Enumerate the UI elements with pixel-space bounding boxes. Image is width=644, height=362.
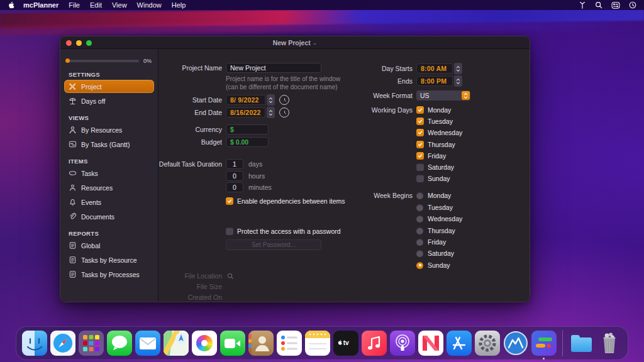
- duration-hours-input[interactable]: 0: [226, 171, 243, 181]
- working-day-monday[interactable]: Monday: [416, 106, 451, 114]
- antenna-icon[interactable]: [579, 1, 586, 9]
- dock-notes-icon[interactable]: [305, 331, 330, 356]
- day-starts-stepper[interactable]: [454, 63, 462, 74]
- sidebar-item-events[interactable]: Events: [64, 195, 154, 209]
- radio-icon[interactable]: [416, 204, 423, 211]
- radio-icon[interactable]: [416, 262, 423, 269]
- menu-file[interactable]: File: [69, 1, 80, 9]
- progress-track[interactable]: [66, 60, 139, 62]
- dependencies-checkbox-row[interactable]: Enable dependencies between items: [226, 197, 345, 205]
- sidebar-item-global[interactable]: Global: [64, 239, 154, 252]
- end-date-calendar-button[interactable]: [279, 107, 289, 118]
- dependencies-checkbox[interactable]: [226, 197, 233, 205]
- sidebar-item-by-tasks-gantt[interactable]: By Tasks (Gantt): [64, 138, 154, 151]
- week-format-select[interactable]: US: [416, 90, 470, 101]
- dock-appstore-icon[interactable]: [447, 331, 472, 356]
- checkbox-icon[interactable]: [416, 152, 424, 160]
- radio-icon[interactable]: [416, 250, 423, 257]
- end-date-input[interactable]: 8/16/2022: [226, 107, 265, 118]
- checkbox-icon[interactable]: [416, 163, 424, 171]
- sidebar-item-by-resources[interactable]: By Resources: [64, 123, 154, 136]
- week-begins-wednesday[interactable]: Wednesday: [416, 215, 462, 222]
- menu-help[interactable]: Help: [172, 1, 186, 9]
- dock-trash-icon[interactable]: [597, 331, 622, 356]
- dock-mcplanner-icon[interactable]: [531, 331, 557, 356]
- control-center-icon[interactable]: [611, 2, 620, 9]
- zoom-button[interactable]: [86, 40, 92, 46]
- menu-edit[interactable]: Edit: [90, 1, 102, 9]
- currency-input[interactable]: $: [226, 124, 269, 134]
- apple-menu[interactable]: [8, 1, 14, 9]
- dock-photos-icon[interactable]: [192, 331, 217, 356]
- radio-icon[interactable]: [416, 228, 423, 234]
- checkbox-icon[interactable]: [416, 141, 424, 148]
- minimize-button[interactable]: [76, 40, 82, 46]
- working-day-saturday[interactable]: Saturday: [416, 163, 454, 171]
- radio-icon[interactable]: [416, 216, 423, 222]
- week-begins-friday[interactable]: Friday: [416, 238, 446, 246]
- menubar-app-name[interactable]: mcPlanner: [23, 1, 58, 9]
- project-name-input[interactable]: New Project: [226, 63, 321, 73]
- end-date-stepper[interactable]: [267, 107, 275, 118]
- sidebar-item-resources[interactable]: Resources: [64, 181, 154, 194]
- day-ends-input[interactable]: 8:00 PM: [416, 76, 453, 86]
- dock-messages-icon[interactable]: [107, 331, 132, 356]
- menu-view[interactable]: View: [112, 1, 127, 9]
- sidebar-item-documents[interactable]: Documents: [64, 210, 154, 223]
- week-begins-saturday[interactable]: Saturday: [416, 250, 454, 257]
- search-icon[interactable]: [227, 273, 234, 280]
- dock-mail-icon[interactable]: [135, 331, 160, 356]
- working-day-tuesday[interactable]: Tuesday: [416, 118, 453, 125]
- dock-mountain-app-icon[interactable]: [503, 331, 528, 356]
- start-date-input[interactable]: 8/ 9/2022: [226, 95, 265, 105]
- working-day-sunday[interactable]: Sunday: [416, 175, 450, 182]
- sidebar-item-tasks-by-resource[interactable]: Tasks by Resource: [64, 253, 154, 266]
- day-starts-input[interactable]: 8:00 AM: [416, 63, 453, 74]
- dock-music-icon[interactable]: [362, 331, 387, 356]
- working-day-thursday[interactable]: Thursday: [416, 141, 455, 148]
- password-checkbox[interactable]: [226, 228, 233, 235]
- week-begins-tuesday[interactable]: Tuesday: [416, 204, 453, 211]
- set-password-button[interactable]: Set Password...: [226, 239, 321, 250]
- dock-podcasts-icon[interactable]: [390, 331, 415, 356]
- checkbox-icon[interactable]: [416, 106, 424, 114]
- checkbox-icon[interactable]: [416, 129, 424, 136]
- week-begins-thursday[interactable]: Thursday: [416, 227, 455, 234]
- close-button[interactable]: [66, 40, 72, 46]
- password-checkbox-row[interactable]: Protect the access with a password: [226, 228, 341, 235]
- dock-folder-icon[interactable]: [569, 331, 594, 356]
- dock-facetime-icon[interactable]: [220, 331, 245, 356]
- sidebar-item-tasks[interactable]: Tasks: [64, 167, 154, 180]
- window-title-popup[interactable]: New Project ⌄: [273, 39, 318, 47]
- budget-input[interactable]: $ 0.00: [226, 137, 269, 147]
- dock-maps-icon[interactable]: [164, 331, 189, 356]
- menu-window[interactable]: Window: [137, 1, 162, 9]
- dock-news-icon[interactable]: [418, 331, 443, 356]
- dock-reminders-icon[interactable]: [277, 331, 302, 356]
- day-ends-stepper[interactable]: [454, 75, 462, 87]
- dock-finder-icon[interactable]: [22, 331, 47, 356]
- dock-system-settings-icon[interactable]: [475, 331, 500, 356]
- week-begins-monday[interactable]: Monday: [416, 192, 451, 199]
- week-begins-sunday[interactable]: Sunday: [416, 261, 450, 269]
- sidebar-item-tasks-by-processes[interactable]: Tasks by Processes: [64, 268, 154, 281]
- duration-minutes-input[interactable]: 0: [226, 182, 243, 192]
- sidebar-item-project[interactable]: Project: [64, 80, 154, 93]
- dock-tv-icon[interactable]: tv: [333, 331, 358, 356]
- radio-icon[interactable]: [416, 192, 423, 199]
- window-titlebar[interactable]: New Project ⌄: [60, 36, 530, 49]
- dock-contacts-icon[interactable]: [248, 331, 274, 356]
- checkbox-icon[interactable]: [416, 175, 424, 182]
- dock-launchpad-icon[interactable]: [79, 331, 104, 356]
- progress-thumb[interactable]: [65, 58, 70, 63]
- clock-icon[interactable]: [629, 1, 636, 9]
- spotlight-search-icon[interactable]: [595, 1, 602, 9]
- dock-safari-icon[interactable]: [50, 331, 75, 356]
- start-date-calendar-button[interactable]: [279, 95, 289, 105]
- duration-days-input[interactable]: 1: [226, 159, 243, 169]
- working-day-wednesday[interactable]: Wednesday: [416, 129, 462, 136]
- sidebar-item-days-off[interactable]: Days off: [64, 94, 154, 107]
- working-day-friday[interactable]: Friday: [416, 152, 446, 160]
- checkbox-icon[interactable]: [416, 118, 424, 125]
- radio-icon[interactable]: [416, 239, 423, 246]
